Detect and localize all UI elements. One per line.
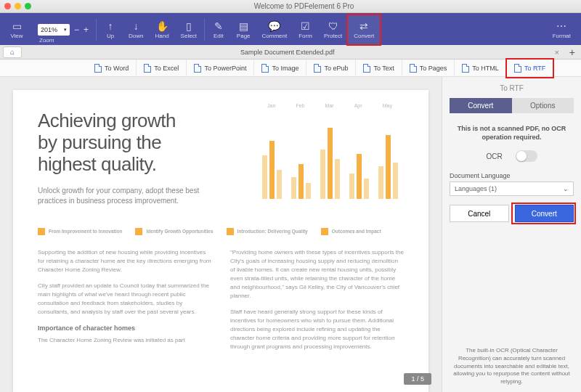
page-counter: 1 / 5 [404,373,431,385]
minimize-icon[interactable] [15,3,21,9]
to-image-button[interactable]: To Image [254,60,306,77]
to-excel-button[interactable]: To Excel [137,60,187,77]
select-button[interactable]: ▯Select [175,15,203,44]
doc-icon [194,64,201,73]
panel-tab-options[interactable]: Options [512,98,574,113]
comment-button[interactable]: 💬Comment [256,15,293,44]
hand-button[interactable]: ✋Hand [149,15,174,44]
close-icon[interactable] [4,3,11,9]
tab-close-icon[interactable]: × [550,48,563,57]
panel-message: This is not a scanned PDF, no OCR operat… [450,125,574,142]
panel-tabs: Convert Options [450,98,574,113]
panel-tab-convert[interactable]: Convert [450,98,512,113]
chevron-down-icon: ⌄ [563,185,569,192]
up-button[interactable]: ↑Up [98,15,123,44]
document-viewport[interactable]: Achieving growth by pursuing the highest… [0,77,442,392]
to-epub-button[interactable]: To ePub [306,60,356,77]
doc-icon [363,64,370,73]
to-word-button[interactable]: To Word [87,60,137,77]
document-tabs: ⌂ Sample Document Extended.pdf × + [0,45,581,60]
document-tab[interactable]: Sample Document Extended.pdf [25,49,550,56]
page-button[interactable]: ▤Page [231,15,256,44]
zoom-button[interactable]: 201%▾ − + Zoom [29,15,94,44]
window-title: Welcome to PDFelement 6 Pro [31,2,577,10]
convert-subtoolbar: To Word To Excel To PowerPoint To Image … [0,60,581,77]
titlebar: Welcome to PDFelement 6 Pro [0,0,581,13]
doc-icon [144,64,151,73]
to-text-button[interactable]: To Text [356,60,402,77]
doc-icon [410,64,417,73]
ocr-toggle[interactable] [516,150,537,162]
maximize-icon[interactable] [25,3,31,9]
to-rtf-button[interactable]: To RTF [507,60,553,77]
zoom-value[interactable]: 201%▾ [38,24,70,36]
protect-button[interactable]: 🛡Protect [318,15,348,44]
doc-icon [94,64,102,73]
form-button[interactable]: ☑Form [293,15,318,44]
doc-icon [514,64,521,73]
tag-row: From Improvement to Innovation Identify … [38,228,404,235]
home-tab[interactable]: ⌂ [3,46,22,58]
doc-icon [261,64,269,73]
zoom-out-icon[interactable]: − [74,25,79,35]
convert-panel: To RTF Convert Options This is not a sca… [442,77,581,392]
body-columns: Supporting the addition of new housing w… [38,248,404,359]
panel-footer: The built-in OCR (Optical Character Reco… [450,347,574,386]
convert-action-button[interactable]: Convert [515,205,574,222]
down-button[interactable]: ↓Down [123,15,149,44]
to-html-button[interactable]: To HTML [455,60,507,77]
convert-button[interactable]: ⇄Convert [348,15,380,44]
cancel-button[interactable]: Cancel [450,205,509,222]
doc-icon [314,64,321,73]
tab-add-icon[interactable]: + [564,46,581,58]
zoom-in-icon[interactable]: + [84,25,89,35]
bar-chart: JanFebMarAprMay [257,112,402,199]
main-toolbar: ▭View 201%▾ − + Zoom ↑Up ↓Down ✋Hand ▯Se… [0,13,581,45]
language-label: Document Language [450,172,574,179]
doc-icon [462,64,469,73]
to-powerpoint-button[interactable]: To PowerPoint [187,60,254,77]
pdf-page: Achieving growth by pursuing the highest… [13,90,428,392]
page-lead: Unlock growth for your company, adopt th… [38,186,205,206]
chart-months: JanFebMarAprMay [257,103,402,108]
ocr-label: OCR [486,152,502,160]
to-pages-button[interactable]: To Pages [402,60,455,77]
panel-title: To RTF [450,84,574,92]
edit-button[interactable]: ✎Edit [206,15,231,44]
language-select[interactable]: Languages (1)⌄ [450,181,574,196]
format-button[interactable]: ⋯Format [547,15,577,44]
window-controls [4,3,31,9]
view-button[interactable]: ▭View [4,15,29,44]
